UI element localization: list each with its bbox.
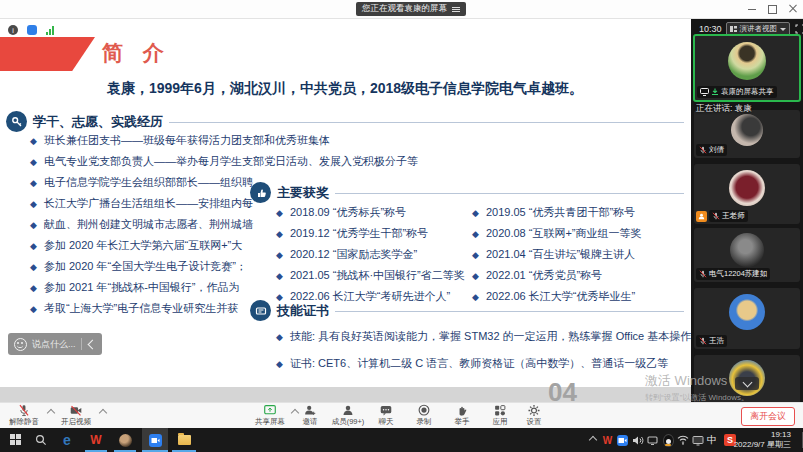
collapse-chat-icon[interactable] [87, 339, 97, 349]
award-item: 2022.01 “优秀党员”称号 [472, 265, 642, 286]
display-icon [692, 435, 704, 446]
qq-penguin-icon [662, 434, 673, 446]
meeting-duration: 10:30 [699, 24, 722, 34]
meeting-window: 您正在观看袁康的屏幕 i 简 介 袁康，1999年6月，湖北汉川，中共党员，20… [0, 0, 803, 452]
participant-tile[interactable]: 刘倩 [694, 110, 800, 158]
participant-name: 刘倩 [709, 145, 724, 155]
mic-muted-icon [699, 270, 707, 278]
network-signal-icon[interactable] [46, 26, 54, 35]
taskbar-wps-button[interactable]: W [84, 428, 108, 452]
windows-taskbar: e W W 中 [0, 428, 803, 452]
wps-icon: W [90, 433, 101, 447]
mic-muted-icon [712, 212, 720, 220]
maximize-icon[interactable] [768, 5, 777, 14]
awards-right-column: 2019.05 “优秀共青团干部”称号 2020.08 “互联网+”商业组一等奖… [472, 202, 642, 307]
chevron-up-icon [589, 436, 597, 444]
avatar [730, 233, 764, 267]
participants-sidebar: 10:30 演讲者视图 袁康的屏幕共享 正在讲话: 袁康 [691, 18, 803, 402]
share-screen-button[interactable]: 共享屏幕 [248, 404, 292, 427]
mic-muted-icon [699, 146, 707, 154]
wifi-icon [677, 435, 689, 445]
thumbs-up-icon [250, 182, 271, 203]
tray-qq[interactable] [660, 428, 675, 452]
participant-tile[interactable]: 电气12204苏建如 [694, 228, 800, 282]
meeting-info-icon[interactable]: i [8, 25, 18, 35]
emoji-icon[interactable] [14, 338, 27, 351]
close-icon[interactable] [789, 5, 797, 13]
collapse-sidebar-icon[interactable] [735, 377, 759, 390]
mic-muted-icon [17, 404, 31, 417]
skill-item: 技能: 具有良好英语阅读能力，掌握 STM32 的一定运用，熟练掌握 Offic… [276, 323, 691, 350]
page-number: 04 [548, 377, 577, 402]
participant-tile-screen-share[interactable]: 袁康的屏幕共享 [693, 34, 801, 102]
watching-banner-text: 您正在观看袁康的屏幕 [362, 3, 447, 15]
slide-red-banner [0, 37, 95, 71]
clock-time: 19:13 [734, 430, 791, 440]
watching-banner[interactable]: 您正在观看袁康的屏幕 [356, 2, 466, 16]
tray-device[interactable] [645, 428, 660, 452]
practice-item: 班长兼任团支书——班级每年获得活力团支部和优秀班集体 [30, 130, 418, 151]
members-icon [341, 404, 355, 417]
invite-person-icon [303, 404, 317, 417]
section-practice-header: 学干、志愿、实践经历 [6, 111, 684, 132]
record-label: 录制 [417, 417, 432, 427]
avatar [728, 42, 766, 80]
tray-ime[interactable]: 中 [705, 428, 719, 452]
speaking-indicator: 正在讲话: 袁康 [696, 103, 752, 115]
shared-screen-slide: i 简 介 袁康，1999年6月，湖北汉川，中共党员，2018级电子信息学院电气… [0, 18, 691, 402]
folder-icon [178, 435, 191, 445]
ime-indicator: 中 [707, 433, 717, 447]
avatar [731, 114, 763, 146]
participant-tile-host[interactable]: 王老师 [694, 164, 800, 224]
video-options-chevron[interactable] [99, 409, 107, 417]
minimize-icon[interactable] [748, 9, 756, 10]
chat-label: 聊天 [379, 417, 394, 427]
chat-input-placeholder[interactable]: 说点什么... [32, 338, 76, 351]
leave-meeting-button[interactable]: 离开会议 [741, 407, 795, 426]
tray-wifi[interactable] [675, 428, 690, 452]
tray-meeting[interactable] [615, 428, 630, 452]
award-item: 2018.09 “优秀标兵”称号 [276, 202, 465, 223]
section-awards-title: 主要获奖 [277, 184, 329, 202]
unmute-label: 解除静音 [9, 417, 39, 427]
start-video-label: 开启视频 [61, 417, 91, 427]
security-icon[interactable] [27, 25, 37, 35]
banner-menu-icon[interactable] [452, 6, 460, 13]
wps-icon: W [603, 435, 612, 446]
tray-display[interactable] [690, 428, 705, 452]
clock-date: 2022/9/7 星期三 [734, 440, 791, 450]
taskbar-avatar-app-button[interactable] [113, 428, 137, 452]
tray-expand-button[interactable] [586, 428, 600, 452]
avatar-app-icon [119, 434, 132, 447]
taskbar-search-button[interactable] [30, 428, 52, 452]
start-video-button[interactable]: 开启视频 [54, 404, 98, 427]
record-icon [417, 404, 431, 417]
taskbar-explorer-button[interactable] [171, 428, 197, 452]
apps-label: 应用 [493, 417, 508, 427]
divider [335, 193, 684, 194]
apps-grid-icon [493, 404, 507, 417]
tray-wps[interactable]: W [600, 428, 615, 452]
settings-label: 设置 [527, 417, 542, 427]
award-item: 2019.12 “优秀学生干部”称号 [276, 223, 465, 244]
titlebar: 您正在观看袁康的屏幕 [0, 0, 803, 19]
chat-icon [379, 404, 393, 417]
download-arrow-icon [711, 88, 719, 96]
start-button[interactable] [4, 428, 28, 452]
avatar [729, 294, 765, 330]
tray-volume[interactable] [630, 428, 645, 452]
section-skills-header: 技能证书 [250, 300, 684, 321]
certificate-icon [250, 300, 271, 321]
quick-chat-bar[interactable]: 说点什么... [8, 333, 102, 355]
taskbar-clock[interactable]: 19:13 2022/9/7 星期三 [734, 430, 791, 450]
participant-tile[interactable]: 王浩 [694, 288, 800, 349]
settings-button[interactable]: 设置 [512, 404, 556, 427]
taskbar-meeting-button[interactable] [142, 428, 168, 452]
unmute-button[interactable]: 解除静音 [2, 404, 46, 427]
taskbar-edge-button[interactable]: e [54, 428, 80, 452]
divider [81, 338, 82, 350]
meeting-toolbar: 解除静音 开启视频 共享屏幕 邀请 成员(99+) 聊天 录制 [0, 402, 803, 429]
skills-list: 技能: 具有良好英语阅读能力，掌握 STM32 的一定运用，熟练掌握 Offic… [276, 323, 691, 377]
host-badge-icon [696, 211, 707, 222]
meeting-overlay-icons: i [8, 25, 54, 35]
